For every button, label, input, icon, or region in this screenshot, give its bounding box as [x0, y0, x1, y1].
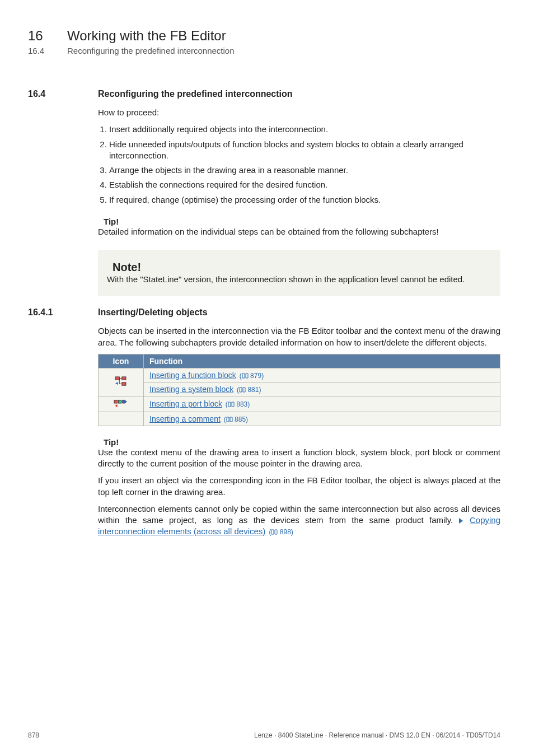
tip-label-2: Tip!: [104, 437, 119, 447]
tip-label: Tip!: [104, 217, 119, 226]
svg-rect-8: [118, 400, 121, 403]
pageref: ( 885): [224, 416, 248, 423]
tip2-p3: Interconnection elements cannot only be …: [98, 503, 500, 538]
section-title-top: Reconfiguring the predefined interconnec…: [67, 46, 235, 55]
page-number: 878: [28, 731, 39, 739]
tip2-p2: If you insert an object via the correspo…: [98, 475, 500, 498]
pageref: ( 883): [226, 400, 250, 408]
link-insert-system-block[interactable]: Inserting a system block: [149, 385, 233, 394]
link-insert-comment[interactable]: Inserting a comment: [149, 414, 221, 423]
pageref: ( 898): [269, 528, 293, 536]
svg-rect-6: [122, 382, 126, 385]
link-insert-function-block[interactable]: Inserting a function block: [149, 371, 236, 380]
note-text: With the "StateLine" version, the interc…: [107, 274, 491, 285]
fb-block-icon: [115, 379, 127, 388]
link-insert-port-block[interactable]: Inserting a port block: [149, 399, 222, 408]
section-16-4-number: 16.4: [28, 89, 98, 99]
step-5: If required, change (optimise) the proce…: [109, 194, 500, 206]
section-16-4-title: Reconfiguring the predefined interconnec…: [98, 89, 293, 99]
section-16-4-1-number: 16.4.1: [28, 307, 98, 318]
howto-intro: How to proceed:: [98, 107, 500, 118]
triangle-right-icon: [459, 518, 463, 524]
step-4: Establish the connections required for t…: [109, 179, 500, 190]
svg-rect-7: [114, 400, 118, 403]
howto-steps: Insert additionally required objects int…: [98, 124, 500, 206]
tip-text: Detailed information on the individual s…: [98, 226, 500, 237]
svg-rect-5: [122, 377, 126, 380]
pageref: ( 881): [237, 386, 261, 394]
pageref: ( 879): [240, 372, 264, 380]
svg-rect-4: [115, 377, 119, 380]
footer-meta: Lenze · 8400 StateLine · Reference manua…: [254, 731, 500, 739]
tip2-p1: Use the context menu of the drawing area…: [98, 447, 500, 470]
divider-dashes: _ _ _ _ _ _ _ _ _ _ _ _ _ _ _ _ _ _ _ _ …: [67, 64, 500, 73]
table-row: Inserting a system block ( 881): [99, 382, 500, 396]
note-label: Note!: [113, 261, 141, 274]
step-3: Arrange the objects in the drawing area …: [109, 165, 500, 176]
chapter-title: Working with the FB Editor: [67, 28, 226, 44]
section-number-top: 16.4: [28, 46, 67, 55]
table-row: Inserting a port block ( 883): [99, 396, 500, 412]
step-1: Insert additionally required objects int…: [109, 124, 500, 135]
note-box: Note! With the "StateLine" version, the …: [98, 250, 500, 296]
chapter-number: 16: [28, 28, 67, 44]
table-row: Inserting a function block ( 879): [99, 368, 500, 382]
th-function: Function: [144, 354, 500, 368]
table-row: Inserting a comment ( 885): [99, 412, 500, 426]
th-icon: Icon: [99, 354, 144, 368]
function-table: Icon Function: [98, 354, 500, 426]
section-16-4-1-title: Inserting/Deleting objects: [98, 307, 208, 318]
s1641-intro: Objects can be inserted in the interconn…: [98, 325, 500, 348]
port-block-icon: [114, 400, 128, 409]
step-2: Hide unneeded inputs/outputs of function…: [109, 139, 500, 162]
